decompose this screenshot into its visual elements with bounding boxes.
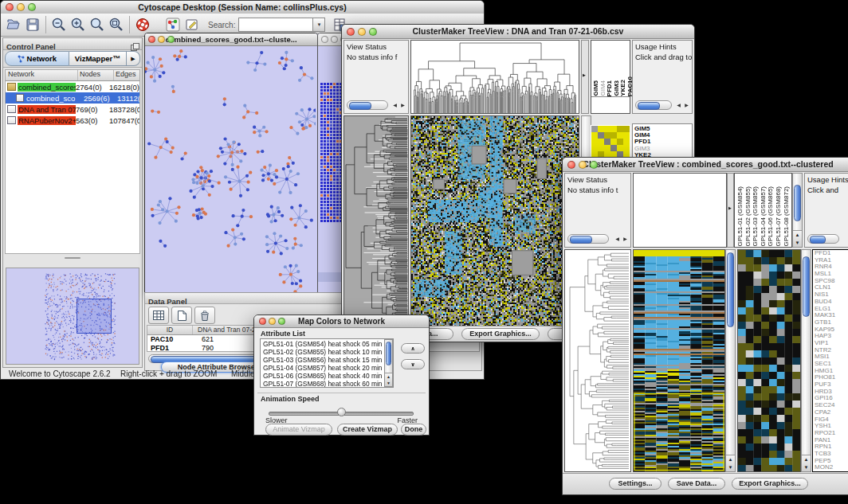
scroll-thumb[interactable] [794,185,801,221]
scroll-down-icon[interactable]: ▼ [793,239,802,247]
minimize-button[interactable] [269,318,276,325]
scroll-thumb[interactable] [570,236,592,244]
scroll-thumb[interactable] [638,102,660,110]
network-table-row[interactable]: combined_sco 2569(6) 13112(15) [6,92,139,104]
heatmap-canvas[interactable] [411,116,579,326]
attribute-item[interactable]: GPL51-07 (GSM868) heat shock 60 min [263,380,393,388]
column-label[interactable]: GPL51-03 (GSM856) [752,186,760,247]
done-button[interactable]: Done [401,424,426,436]
scroll-thumb[interactable] [727,252,734,327]
zoom-fit-icon[interactable] [88,15,107,34]
tv2-zoom-vscrollbar[interactable]: ▲ ▼ [801,249,811,472]
settings-button[interactable]: Settings... [609,478,662,490]
move-down-button[interactable]: ∨ [401,359,425,369]
attribute-item[interactable]: GPL51-02 (GSM855) heat shock 10 min [263,348,393,356]
column-label[interactable]: GPL51-01 (GSM854) [736,186,744,247]
scroll-right-icon[interactable]: ▶ [622,234,629,244]
row-dendrogram-canvas[interactable] [565,250,630,471]
scroll-thumb[interactable] [386,342,391,365]
attribute-item[interactable]: GPL51-01 (GSM854) heat shock 05 min [263,340,393,348]
heatmap-canvas[interactable] [634,250,724,471]
data-col-id[interactable]: ID [147,326,193,334]
tv1-status-scrollbar[interactable] [347,100,388,110]
tv1-hints-scrollbar[interactable] [635,100,672,110]
col-header-edges[interactable]: Edges [114,70,139,80]
attribute-list-scrollbar[interactable]: ▲ ▼ [384,339,393,387]
zoom-button[interactable] [28,3,36,11]
column-label[interactable]: GPL51-06 (GSM865) [767,186,775,247]
main-titlebar[interactable]: Cytoscape Desktop (Session Name: collins… [1,1,484,14]
new-attribute-icon[interactable] [171,307,192,324]
scroll-thumb[interactable] [349,102,371,110]
scroll-thumb[interactable] [810,236,826,244]
search-input[interactable] [238,18,313,32]
scroll-right-icon[interactable]: ▶ [683,100,690,110]
search-dropdown-button[interactable]: ▼ [313,18,325,32]
table-view-icon[interactable] [148,307,169,324]
delete-attribute-icon[interactable] [194,307,215,324]
close-button[interactable] [148,36,155,43]
row-dendrogram-canvas[interactable] [344,116,408,326]
float-panel-icon[interactable] [131,40,139,54]
move-up-button[interactable]: ∧ [401,343,425,354]
scroll-down-icon[interactable]: ▼ [802,463,811,471]
vizmapper-nodes-icon[interactable] [163,15,183,34]
zoom-in-icon[interactable] [69,15,88,34]
network-view-canvas[interactable] [145,46,316,293]
column-label[interactable]: GPL51-07 (GSM868) [775,186,783,247]
gene-label[interactable]: MON2 [813,464,848,471]
network-table-row[interactable]: combined_scores 2764(0) 16218(0) [6,81,139,92]
scroll-left-icon[interactable]: ◀ [391,100,398,110]
save-data-button[interactable]: Save Data... [668,478,725,490]
zoom-button[interactable] [278,318,285,325]
close-button[interactable] [259,318,266,325]
attribute-item[interactable]: GPL51-04 (GSM857) heat shock 20 min [263,364,393,372]
tv2-column-dendrogram[interactable] [633,173,727,248]
column-label[interactable]: GPL51-08 (GSM872) [783,186,791,247]
scroll-left-icon[interactable]: ◀ [675,100,682,110]
expand-right-icon[interactable]: ▶ [728,205,732,210]
zoom-out-icon[interactable] [49,15,69,34]
help-lifering-icon[interactable] [133,15,152,34]
minimize-button[interactable] [17,3,25,11]
close-button[interactable] [347,28,355,36]
scroll-right-icon[interactable]: ▶ [399,100,406,110]
scroll-up-icon[interactable]: ▲ [385,373,392,380]
minimize-button[interactable] [158,36,165,43]
scroll-left-icon[interactable]: ◀ [614,234,621,244]
create-vizmap-button[interactable]: Create Vizmap [337,424,398,436]
tv2-heatmap-vscrollbar[interactable]: ▲ ▼ [725,249,736,472]
minimize-button[interactable] [358,28,366,36]
annotation-icon[interactable] [183,15,202,34]
animation-speed-slider[interactable] [269,408,414,416]
expand-right-icon[interactable]: ▶ [583,72,586,77]
scroll-up-icon[interactable]: ▲ [793,231,802,239]
scroll-up-icon[interactable]: ▲ [726,455,735,463]
network-overview-canvas[interactable] [6,268,139,364]
tv2-status-scrollbar[interactable] [567,234,609,244]
minimize-button[interactable] [331,36,338,43]
close-button[interactable] [567,161,575,169]
zoom-selected-icon[interactable] [107,15,126,34]
zoom-button[interactable] [590,161,598,169]
slider-thumb[interactable] [337,408,346,416]
minimize-button[interactable] [579,161,587,169]
animate-vizmap-button[interactable]: Animate Vizmap [265,424,332,436]
tab-vizmapper[interactable]: VizMapper™ [69,51,127,66]
attribute-item[interactable]: GPL51-03 (GSM856) heat shock 15 min [263,356,393,364]
scroll-down-icon[interactable]: ▼ [726,463,735,471]
close-button[interactable] [321,36,328,43]
scroll-up-icon[interactable]: ▲ [802,455,811,463]
panel-divider[interactable] [3,256,142,260]
attribute-item[interactable]: GPL51-06 (GSM865) heat shock 40 min [263,372,393,380]
scroll-down-icon[interactable]: ▼ [385,380,392,386]
zoom-button[interactable] [369,28,377,36]
column-dendrogram-canvas[interactable] [411,41,579,113]
tv2-hints-scrollbar[interactable] [807,234,839,244]
network-table-row[interactable]: DNA and Tran 07 769(0) 183728(0) [6,104,139,115]
scroll-thumb[interactable] [803,256,810,317]
column-label[interactable]: GPL51-04 (GSM857) [760,186,768,247]
close-button[interactable] [6,3,14,11]
col-header-network[interactable]: Network [6,70,78,80]
export-graphics-button[interactable]: Export Graphics... [461,328,540,340]
